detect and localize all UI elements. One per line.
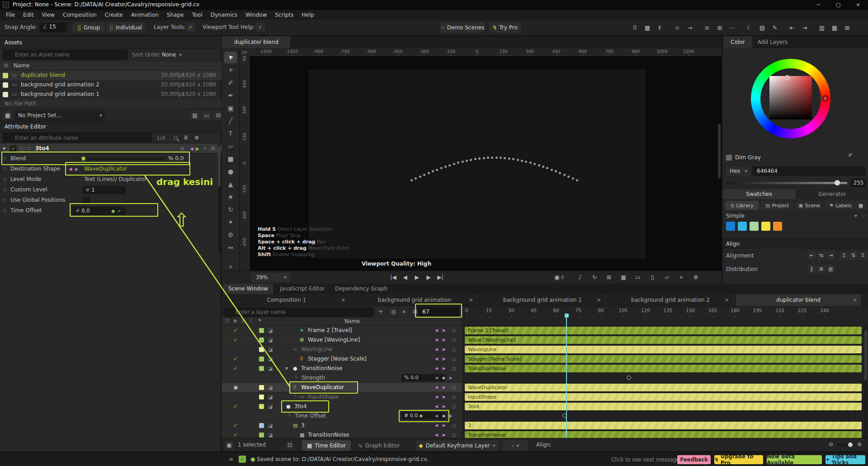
next-keyframe-icon[interactable]: ▶ bbox=[443, 345, 446, 354]
layer-color-swatch[interactable] bbox=[259, 357, 264, 361]
keyframe-toggle-icon[interactable] bbox=[3, 167, 6, 171]
render-flag-icon[interactable]: ◪ bbox=[268, 326, 273, 335]
layer-name[interactable]: TransitionNoise bbox=[301, 364, 342, 373]
prev-keyframe-icon[interactable]: ◀ bbox=[435, 402, 438, 411]
layer-row[interactable]: ✓◪❂Wave [WavingLine]◀▶○ bbox=[222, 335, 462, 345]
expander-icon[interactable]: ▾ bbox=[285, 364, 288, 373]
enabled-checkbox[interactable]: ✓ bbox=[233, 335, 238, 345]
behaviour-circle-icon[interactable]: ○ bbox=[452, 392, 456, 402]
layer-color-swatch[interactable] bbox=[259, 366, 264, 371]
keyframe-diamond-icon[interactable]: ◆ bbox=[442, 411, 445, 421]
attr-row-destination-shape[interactable]: Destination Shape ◀ ▶ WaveDuplicator bbox=[0, 164, 220, 174]
behaviour-circle-icon[interactable]: ○ bbox=[452, 421, 456, 430]
translate-tool[interactable]: ↔ bbox=[224, 242, 237, 253]
audio-icon[interactable]: ♪ bbox=[575, 274, 585, 281]
comp-tab[interactable]: background grid animation× bbox=[352, 294, 477, 306]
group-button[interactable]: ⣿ Group bbox=[72, 22, 105, 33]
f-badge-icon[interactable]: F bbox=[655, 23, 665, 33]
layer-name[interactable]: 3to4 bbox=[294, 402, 307, 411]
render-flag-icon[interactable]: ◪ bbox=[268, 335, 273, 345]
more-icon[interactable]: ⋯ bbox=[727, 23, 738, 33]
camera-icon[interactable]: ▣ 0 bbox=[554, 274, 564, 281]
library-tab-library[interactable]: ≣Library bbox=[725, 201, 759, 210]
alpha-knob[interactable] bbox=[835, 180, 840, 185]
viewport-canvas[interactable]: Hold S Direct Layer SelectionSpace Play/… bbox=[250, 56, 722, 271]
behaviour-circle-icon[interactable]: ○ bbox=[452, 345, 456, 354]
timeline-ruler[interactable]: 0153045607590105120135150165180195210225… bbox=[464, 306, 868, 318]
dots-grid-icon[interactable]: ⠿ bbox=[629, 23, 640, 33]
pen-icon[interactable]: ✎ bbox=[769, 23, 780, 33]
align-left-icon[interactable]: ⇤ bbox=[787, 23, 797, 33]
align-center-h-icon[interactable]: ⇆ bbox=[817, 251, 826, 260]
attribute-name[interactable]: Strength bbox=[302, 373, 325, 383]
color-swatch[interactable] bbox=[761, 222, 770, 231]
layer-row[interactable]: ✓◪⠿Stagger [Noise Scale]◀▶○ bbox=[222, 354, 462, 364]
pen-nib-tool[interactable]: ✒ bbox=[224, 90, 237, 101]
keyframe-toggle-icon[interactable] bbox=[3, 178, 6, 181]
loop-icon[interactable]: ↻ bbox=[590, 274, 599, 281]
menu-view[interactable]: View bbox=[38, 10, 58, 20]
layer-color-swatch[interactable] bbox=[259, 338, 264, 342]
maximize-button[interactable]: ▢ bbox=[828, 0, 848, 10]
display-icon[interactable]: ▭ bbox=[633, 274, 643, 281]
demo-scenes-button[interactable]: ⠶ Demo Scenes bbox=[440, 22, 485, 33]
sort-order-value[interactable]: None bbox=[162, 52, 176, 58]
split-icon[interactable]: ▯ bbox=[647, 274, 657, 281]
star-tool[interactable]: ★ bbox=[224, 191, 237, 203]
comp-tab[interactable]: background grid animation 1× bbox=[480, 294, 605, 306]
layer-color-swatch[interactable] bbox=[259, 395, 264, 399]
visible-icon[interactable]: ◉ bbox=[233, 318, 237, 323]
skip-start-button[interactable]: |◀ bbox=[388, 274, 399, 281]
prev-keyframe-icon[interactable]: ◀ bbox=[435, 364, 438, 373]
timeline-row[interactable]: 3to4 bbox=[462, 402, 868, 411]
dist-v-icon[interactable]: ≣ bbox=[817, 265, 826, 273]
keyframe-toggle-icon[interactable] bbox=[3, 188, 6, 191]
arc-icon[interactable]: ☾ bbox=[744, 23, 755, 33]
time-offset-field[interactable]: # 0.0 bbox=[72, 207, 126, 215]
comp-tool[interactable]: ▣ bbox=[224, 102, 237, 114]
timeline-bar[interactable]: 3 bbox=[465, 422, 862, 429]
blend-value[interactable]: % 0.0 bbox=[168, 153, 184, 164]
layer-row[interactable]: ✓◪▾●TransitionNoise◀▶○ bbox=[222, 364, 462, 373]
project-set-value[interactable]: No Project Set... bbox=[14, 112, 61, 119]
enabled-checkbox[interactable]: ✓ bbox=[233, 354, 238, 364]
asset-row[interactable]: ▭duplicator blend30.00fps1920 x 1080 bbox=[0, 71, 222, 80]
scatter-icon[interactable]: ⠶ bbox=[672, 23, 683, 33]
prev-keyframe-icon[interactable]: ◀ bbox=[435, 392, 438, 402]
close-tab-icon[interactable]: × bbox=[853, 294, 857, 306]
next-keyframe-icon[interactable]: ▶ bbox=[443, 335, 446, 345]
timeline-row[interactable]: Frame 2 [Travel] bbox=[462, 326, 868, 335]
layer-color-swatch[interactable] bbox=[259, 404, 264, 409]
layer-color-swatch[interactable] bbox=[259, 328, 264, 333]
prev-keyframe-icon[interactable]: ◀ bbox=[435, 354, 438, 364]
try-pro-button[interactable]: ↯ Try Pro bbox=[489, 22, 521, 33]
pivot-icon[interactable]: ⌖ bbox=[676, 274, 686, 281]
tab-generator[interactable]: Generator bbox=[796, 189, 868, 199]
attribute-value-field[interactable]: % 0.0 bbox=[401, 374, 446, 381]
expand-icon[interactable]: ⊞ bbox=[211, 143, 215, 154]
upgrade-to-pro-button[interactable]: ↯Upgrade to Pro bbox=[714, 455, 763, 464]
rotate-tool[interactable]: ↻ bbox=[224, 204, 237, 215]
color-swatch[interactable] bbox=[738, 222, 747, 231]
timeline-bar[interactable]: Wave [WavingLine] bbox=[465, 336, 862, 344]
layer-scrollbar[interactable] bbox=[864, 326, 867, 438]
enabled-checkbox[interactable]: ✓ bbox=[233, 430, 238, 438]
behaviour-circle-icon[interactable]: ○ bbox=[452, 335, 456, 345]
menu-composition[interactable]: Composition bbox=[59, 10, 101, 20]
connection-right-icon[interactable]: ▶ bbox=[75, 164, 79, 174]
settings-tool[interactable]: ⚙ bbox=[224, 229, 237, 241]
keyframe-toggle-icon[interactable] bbox=[3, 199, 6, 202]
layer-color-swatch[interactable] bbox=[259, 385, 264, 390]
swatch-group-label[interactable]: Simple bbox=[726, 213, 745, 219]
layer-name[interactable]: WavingLine bbox=[301, 345, 332, 354]
layer-row[interactable]: ◪∿WavingLine◀▶○ bbox=[222, 345, 462, 354]
menu-shape[interactable]: Shape bbox=[163, 10, 188, 20]
horizontal-ruler[interactable]: -1200-1050-900-750-600-450-300-150015030… bbox=[250, 48, 722, 56]
render-flag-icon[interactable]: ◪ bbox=[268, 430, 273, 438]
tab-color[interactable]: Color bbox=[723, 36, 752, 48]
next-keyframe-icon[interactable]: ▶ bbox=[443, 326, 446, 335]
timeline-bar[interactable]: Frame 2 [Travel] bbox=[465, 327, 862, 334]
tab-graph-editor[interactable]: ∿ Graph Editor bbox=[354, 440, 404, 451]
target-icon[interactable]: ◎ bbox=[389, 307, 398, 316]
visibility-eye-icon[interactable]: ◉ bbox=[233, 383, 238, 392]
